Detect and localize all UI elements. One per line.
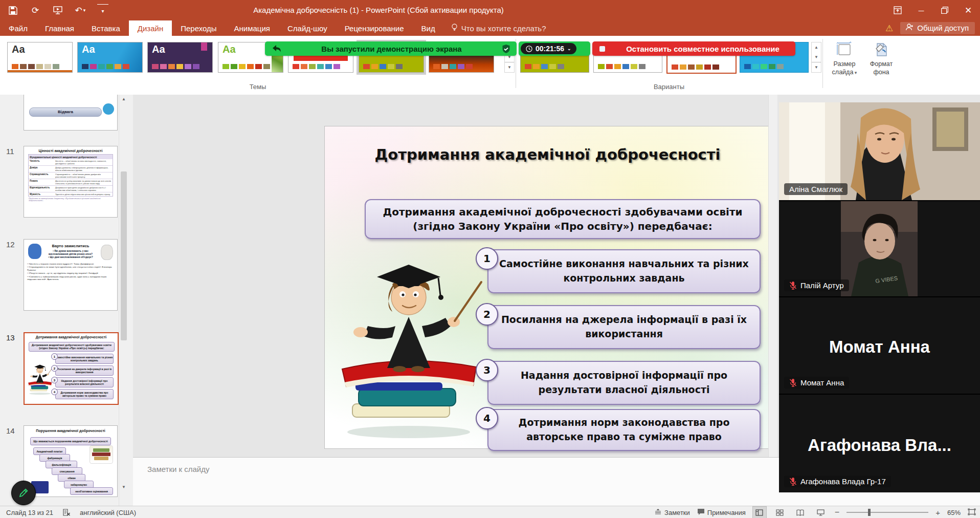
share-timer-banner: 00:21:56 ⌄ <box>519 41 590 56</box>
themes-more-icon[interactable]: ▼ <box>505 62 514 72</box>
tell-me-placeholder: Что вы хотите сделать? <box>461 24 546 33</box>
window-controls: ─ ✕ <box>886 0 980 20</box>
slide-number-11: 11 <box>6 147 14 156</box>
variants-more-icon[interactable]: ▼ <box>812 62 821 72</box>
warning-icon[interactable]: ⚠ <box>885 23 893 34</box>
slide-item-3[interactable]: Надання достовірної інформації про резул… <box>487 361 761 405</box>
tab-slideshow[interactable]: Слайд-шоу <box>279 20 336 36</box>
tab-insert[interactable]: Вставка <box>83 20 129 36</box>
person-add-icon <box>905 24 914 32</box>
slide-sorter-view-button[interactable] <box>773 507 787 518</box>
item-number-circle[interactable]: 3 <box>476 359 498 381</box>
zoom-level[interactable]: 65% <box>947 509 961 516</box>
thumb13-item: Самостійне виконання навчальних та різни… <box>55 354 114 364</box>
customize-qat-icon[interactable]: ▾ <box>97 4 108 16</box>
tab-animations[interactable]: Анимация <box>226 20 279 36</box>
tab-home[interactable]: Главная <box>36 20 83 36</box>
slide-item-4[interactable]: Дотримання норм законодавства про авторс… <box>487 409 761 451</box>
thumbnail-slide-14[interactable]: Порушення академічної доброчесності Що в… <box>24 425 118 497</box>
thumb13-title: Дотримання академічної доброчесності <box>25 335 118 339</box>
thumb11-term: Довіра <box>29 166 54 172</box>
item-number-circle[interactable]: 1 <box>476 247 498 270</box>
notes-toggle-label: Заметки <box>664 509 690 516</box>
thumb11-title: Цінності академічної доброчесності <box>24 149 117 153</box>
mic-muted-icon <box>789 477 797 486</box>
slide-lead-box[interactable]: Дотримання академічної доброчесності здо… <box>365 199 761 239</box>
thumbnail-slide-10[interactable]: Відвага <box>24 95 118 131</box>
theme-ion[interactable]: Aa <box>147 42 213 73</box>
save-icon[interactable] <box>7 5 18 16</box>
variants-scroll-down-icon[interactable]: ▼ <box>812 52 821 62</box>
tab-design[interactable]: Дизайн <box>129 20 172 36</box>
thumb11-desc: Справедливість – обов'язкова умова довір… <box>54 172 113 179</box>
participant-tile-momat[interactable]: Момат Анна Момат Анна <box>779 297 980 394</box>
graduate-character-image[interactable] <box>332 235 485 440</box>
zoom-slider-handle[interactable] <box>868 509 871 516</box>
scrollbar-thumb[interactable] <box>121 171 127 340</box>
tab-view[interactable]: Вид <box>413 20 444 36</box>
annotation-pencil-button[interactable] <box>11 481 36 505</box>
slide-item-1[interactable]: Самостійне виконання навчальних та різни… <box>487 249 761 293</box>
share-timer-dropdown[interactable]: 00:21:56 ⌄ <box>521 43 576 54</box>
theme-aa-label: Aa <box>12 44 25 55</box>
zoom-slider[interactable] <box>847 512 928 513</box>
slide-item-2[interactable]: Посилання на джерела інформації в разі ї… <box>487 305 761 349</box>
undo-icon[interactable]: ↶▾ <box>75 5 86 16</box>
format-background-button[interactable]: Формат фона <box>864 41 898 76</box>
slide-size-button[interactable]: Размер слайда ▾ <box>828 41 861 76</box>
minimize-icon[interactable]: ─ <box>909 0 933 20</box>
thumb13-item: Надання достовірної інформації про резул… <box>55 377 114 387</box>
tabrow-right: ⚠ Общий доступ <box>885 20 980 36</box>
mic-muted-icon <box>789 281 797 290</box>
share-button[interactable]: Общий доступ <box>900 22 975 34</box>
comments-toggle-label: Примечания <box>707 509 746 516</box>
reading-view-button[interactable] <box>794 507 807 518</box>
slide-canvas[interactable]: Дотримання академічної доброчесності Дот… <box>324 126 771 449</box>
item-number-circle[interactable]: 2 <box>476 303 498 326</box>
language-status[interactable]: английский (США) <box>80 509 136 516</box>
thumb11-desc: Довіра дозволяє співпрацювати, ділитися … <box>54 166 113 172</box>
scroll-down-icon[interactable]: ▼ <box>120 483 128 491</box>
thumb12-quote: • «Сміливість є найважливішою людською р… <box>27 275 114 281</box>
participant-big-name: Агафонава Вла... <box>779 436 980 455</box>
thumbnail-slide-13-selected[interactable]: Дотримання академічної доброчесності Дот… <box>24 332 119 405</box>
participant-tile-alina[interactable]: Аліна Смаглюк <box>779 102 980 200</box>
restore-icon[interactable] <box>933 0 956 20</box>
editor-scrollbar[interactable] <box>768 95 777 457</box>
screen-share-banner-text: Вы запустили демонстрацию экрана <box>281 45 502 53</box>
spell-check-icon[interactable] <box>62 508 71 516</box>
tell-me-search[interactable]: Что вы хотите сделать? <box>444 20 553 36</box>
thumbnail-slide-12[interactable]: Варто замислитись • Які думки викликають… <box>24 239 118 311</box>
thumb13-lead: Дотримання академічної доброчесності здо… <box>29 342 115 352</box>
lightbulb-icon <box>451 24 458 33</box>
thumbnail-slide-11[interactable]: Цінності академічної доброчесності Фунда… <box>24 146 118 218</box>
tab-review[interactable]: Рецензирование <box>336 20 413 36</box>
participant-tile-agafonava[interactable]: Агафонава Вла... Агафонава Влада Гр-17 <box>779 395 980 492</box>
thumbnails-scrollbar: ▲ ▼ <box>119 95 128 506</box>
fit-slide-to-window-icon[interactable] <box>968 508 976 517</box>
ribbon-display-options-icon[interactable] <box>886 0 909 20</box>
tab-transitions[interactable]: Переходы <box>172 20 225 36</box>
variants-scroll-up-icon[interactable]: ▲ <box>812 42 821 52</box>
variant-palette <box>672 64 719 70</box>
theme-office[interactable]: Aa <box>7 42 73 73</box>
close-icon[interactable]: ✕ <box>956 0 980 20</box>
notes-toggle[interactable]: Заметки <box>654 508 690 516</box>
theme-aa-label: Aa <box>82 44 95 55</box>
slideshow-view-button[interactable] <box>814 507 828 518</box>
comments-toggle[interactable]: Примечания <box>697 508 746 517</box>
stop-share-button[interactable]: Остановить совместное использование <box>592 41 795 56</box>
slide-title[interactable]: Дотримання академічної доброчесності <box>325 146 770 163</box>
participant-tile-artur[interactable]: G VIBES Палій Артур <box>779 201 980 296</box>
normal-view-button[interactable] <box>753 507 766 518</box>
theme-slice[interactable]: Aa <box>77 42 143 73</box>
start-presentation-icon[interactable] <box>52 5 63 16</box>
quick-access-toolbar: ⟳ ↶▾ ▾ <box>7 0 108 20</box>
zoom-out-button[interactable]: − <box>835 508 839 517</box>
format-background-label: Формат фона <box>870 60 893 76</box>
tab-file[interactable]: Файл <box>0 20 36 36</box>
scroll-up-icon[interactable]: ▲ <box>120 95 128 103</box>
zoom-in-button[interactable]: + <box>936 508 940 517</box>
item-number-circle[interactable]: 4 <box>476 407 498 429</box>
redo-icon[interactable]: ⟳ <box>30 5 41 16</box>
